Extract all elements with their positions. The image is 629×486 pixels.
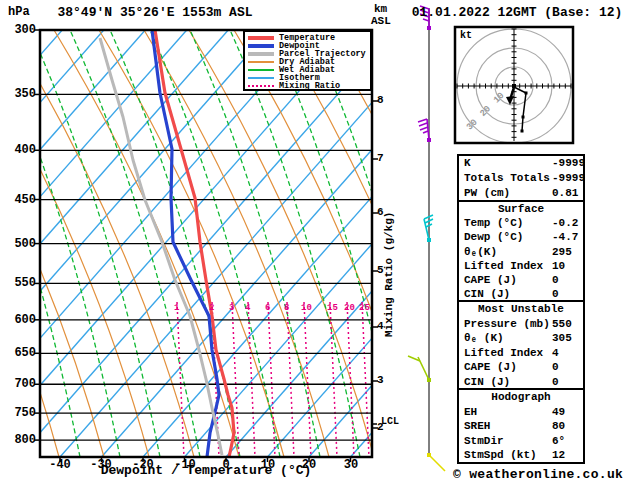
panel-row-label: EH: [464, 406, 477, 418]
panel-row: Dewp (°C)-4.7: [459, 230, 583, 244]
altitude-axis-unit-asl: ASL: [371, 16, 391, 27]
wind-barb-stroke: [423, 131, 428, 133]
pressure-tick-label: 500: [5, 238, 36, 250]
panel-section: Most UnstablePressure (mb)550θₑ (K)305Li…: [457, 300, 585, 390]
panel-row-label: StmDir: [464, 435, 504, 447]
copyright-footer: © weatheronline.co.uk: [453, 468, 623, 481]
wind-barb-dot: [427, 26, 431, 30]
panel-row: K-9999: [459, 156, 583, 171]
hodograph-trace-dot: [525, 92, 528, 95]
wind-barb-dot: [427, 138, 431, 142]
panel-row-value: 6°: [552, 434, 565, 449]
temperature-tick-label: -20: [123, 459, 163, 471]
panel-section: K-9999Totals Totals-9999PW (cm)0.81: [457, 154, 585, 202]
panel-row-label: SREH: [464, 420, 490, 432]
panel-section-title: Most Unstable: [459, 302, 583, 317]
pressure-axis-unit: hPa: [8, 6, 30, 18]
mixing-ratio-line: [268, 302, 275, 457]
panel-row: Lifted Index4: [459, 346, 583, 361]
panel-row: CAPE (J)0: [459, 360, 583, 375]
panel-row-label: θₑ (K): [464, 332, 504, 344]
panel-row-value: -4.7: [552, 230, 578, 244]
panel-row-value: 0: [552, 360, 559, 375]
mixing-ratio-label: 15: [327, 304, 338, 313]
wind-barb-stroke: [420, 127, 428, 130]
pressure-tick-label: 550: [5, 277, 36, 289]
temperature-tick-label: 10: [248, 459, 288, 471]
panel-row: θₑ(K)295: [459, 245, 583, 259]
panel-row-value: 80: [552, 419, 565, 434]
panel-row: Lifted Index10: [459, 259, 583, 273]
panel-row: Pressure (mb)550: [459, 317, 583, 332]
panel-row-label: Pressure (mb): [464, 318, 550, 330]
legend-item: Mixing Ratio: [248, 82, 370, 90]
altitude-tick-label: 3: [377, 375, 384, 386]
panel-row-value: 12: [552, 448, 565, 463]
panel-row-value: 0.81: [552, 186, 578, 201]
mixing-ratio-label: 1: [174, 304, 179, 313]
altitude-tick-label: 7: [377, 153, 384, 164]
pressure-tick-label: 600: [5, 314, 36, 326]
altitude-axis-unit-km: km: [374, 4, 387, 15]
panel-row-value: 4: [552, 346, 559, 361]
lcl-label: LCL: [381, 417, 399, 427]
panel-row-value: 305: [552, 331, 572, 346]
panel-row-label: K: [464, 157, 471, 169]
wind-barb-dot: [427, 378, 431, 382]
hodograph-trace-dot: [521, 130, 524, 133]
mixing-ratio-label: 20: [344, 304, 355, 313]
panel-row-label: StmSpd (kt): [464, 449, 537, 461]
panel-row-value: 295: [552, 245, 572, 259]
panel-section-title: Hodograph: [459, 390, 583, 405]
mixing-ratio-line: [304, 302, 311, 457]
panel-row-label: CIN (J): [464, 288, 510, 300]
datetime-title: 01.01.2022 12GMT (Base: 12): [405, 6, 629, 19]
panel-row: PW (cm)0.81: [459, 186, 583, 201]
legend-line-sample: [248, 52, 274, 56]
mixing-ratio-label: 8: [284, 304, 289, 313]
altitude-tick-label: 2: [377, 422, 384, 433]
mixing-ratio-label: 3: [229, 304, 234, 313]
hodograph: 102030: [457, 29, 571, 143]
pressure-tick-label: 700: [5, 378, 36, 390]
panel-row: StmDir6°: [459, 434, 583, 449]
mixing-ratio-label: 4: [245, 304, 250, 313]
panel-section: SurfaceTemp (°C)-0.2Dewp (°C)-4.7θₑ(K)29…: [457, 200, 585, 302]
mixing-ratio-label: 25: [359, 304, 370, 313]
station-title: 38°49'N 35°26'E 1553m ASL: [40, 6, 270, 19]
panel-row-value: -9999: [552, 171, 585, 186]
mixing-ratio-label: 2: [209, 304, 214, 313]
temperature-tick-label: -30: [81, 459, 121, 471]
pressure-tick-label: 450: [5, 194, 36, 206]
panel-section-title: Surface: [459, 202, 583, 216]
panel-row: θₑ (K)305: [459, 331, 583, 346]
legend-line-sample: [248, 44, 274, 48]
panel-row-value: -9999: [552, 156, 585, 171]
legend: TemperatureDewpointParcel TrajectoryDry …: [243, 30, 372, 91]
mixing-ratio-axis-title: Mixing Ratio (g/kg): [384, 212, 395, 337]
hodograph-unit-label: kt: [460, 31, 472, 41]
panel-row: EH49: [459, 405, 583, 420]
temperature-tick-label: 30: [331, 459, 371, 471]
panel-row-value: 0: [552, 273, 559, 287]
altitude-tick-label: 4: [377, 321, 384, 332]
mixing-ratio-line: [177, 302, 184, 457]
pressure-tick-label: 350: [5, 88, 36, 100]
wind-barb: [427, 453, 445, 471]
panel-row-value: 550: [552, 317, 572, 332]
wind-barb-dot: [427, 453, 431, 457]
panel-row-label: Lifted Index: [464, 347, 543, 359]
panel-row-value: 10: [552, 259, 565, 273]
legend-line-sample: [248, 61, 274, 63]
pressure-tick-label: 750: [5, 407, 36, 419]
mixing-ratio-label: 10: [301, 304, 312, 313]
panel-row-label: Dewp (°C): [464, 231, 523, 243]
legend-line-sample: [248, 85, 274, 87]
mixing-ratio-label: 6: [265, 304, 270, 313]
temperature-tick-label: 20: [289, 459, 329, 471]
panel-row-label: Temp (°C): [464, 217, 523, 229]
panel-row: Totals Totals-9999: [459, 171, 583, 186]
panel-row-label: CAPE (J): [464, 361, 517, 373]
temperature-tick-label: 0: [206, 459, 246, 471]
panel-row-value: 49: [552, 405, 565, 420]
